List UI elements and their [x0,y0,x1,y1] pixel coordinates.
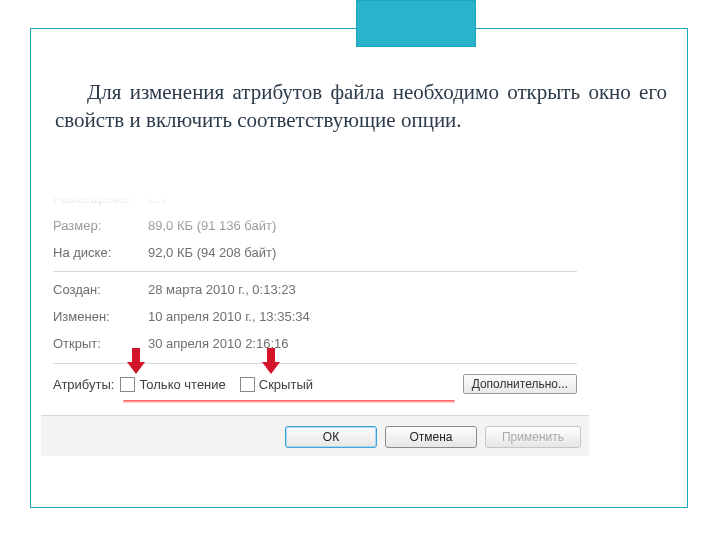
label-modified: Изменен: [53,303,148,330]
label-attributes: Атрибуты: [53,377,114,392]
ok-button[interactable]: ОК [285,426,377,448]
row-created: Создан: 28 марта 2010 г., 0:13:23 [53,276,577,303]
apply-button[interactable]: Применить [485,426,581,448]
row-modified: Изменен: 10 апреля 2010 г., 13:35:34 [53,303,577,330]
checkbox-hidden[interactable] [240,377,255,392]
highlight-underline [123,400,455,403]
row-disk: На диске: 92,0 КБ (94 208 байт) [53,239,577,266]
slide-header-tab [356,0,476,47]
value-created: 28 марта 2010 г., 0:13:23 [148,276,577,303]
dialog-button-bar: ОК Отмена Применить [41,415,589,456]
value-location: C:\ [148,185,577,212]
cancel-button[interactable]: Отмена [385,426,477,448]
checkbox-readonly-label: Только чтение [139,377,225,392]
label-opened: Открыт: [53,330,148,357]
file-info-table: Размещение: C:\ Размер: 89,0 КБ (91 136 … [53,185,577,266]
file-dates-table: Создан: 28 марта 2010 г., 0:13:23 Измене… [53,276,577,357]
label-disk: На диске: [53,239,148,266]
label-size: Размер: [53,212,148,239]
value-modified: 10 апреля 2010 г., 13:35:34 [148,303,577,330]
label-location: Размещение: [53,185,148,212]
checkbox-readonly[interactable] [120,377,135,392]
attributes-row: Атрибуты: Только чтение Скрытый Дополнит… [53,363,577,394]
advanced-button[interactable]: Дополнительно... [463,374,577,394]
value-size: 89,0 КБ (91 136 байт) [148,212,577,239]
checkbox-hidden-label: Скрытый [259,377,313,392]
row-opened: Открыт: 30 апреля 2010 2:16:16 [53,330,577,357]
slide-intro-text: Для изменения атрибутов файла необходимо… [55,78,667,135]
value-disk: 92,0 КБ (94 208 байт) [148,239,577,266]
label-created: Создан: [53,276,148,303]
value-opened: 30 апреля 2010 2:16:16 [148,330,577,357]
row-size: Размер: 89,0 КБ (91 136 байт) [53,212,577,239]
properties-dialog-screenshot: Размещение: C:\ Размер: 89,0 КБ (91 136 … [47,185,583,456]
row-location: Размещение: C:\ [53,185,577,212]
